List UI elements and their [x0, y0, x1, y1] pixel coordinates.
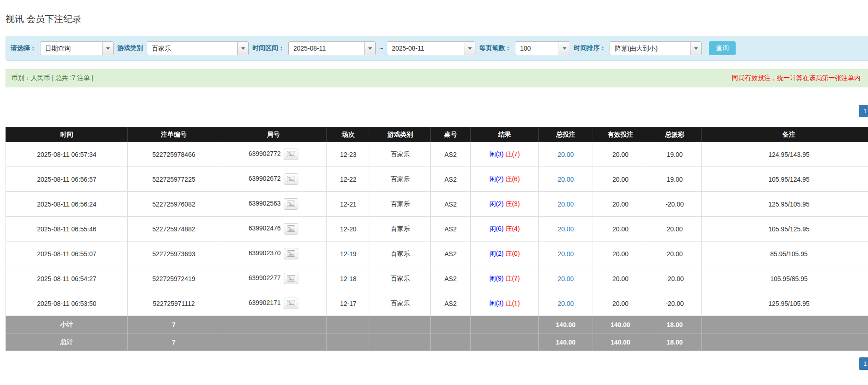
- search-button[interactable]: 查询: [709, 41, 736, 55]
- round-replay-button[interactable]: [284, 173, 298, 185]
- round-replay-button[interactable]: [284, 223, 298, 235]
- round-replay-button[interactable]: [284, 298, 298, 309]
- picture-icon: [287, 276, 295, 283]
- cell-bet-id: 522725978466: [128, 142, 220, 167]
- total-bet-link[interactable]: 20.00: [558, 176, 574, 183]
- round-id-text: 639902772: [248, 150, 280, 157]
- cell-remark: 105.95/124.95: [702, 167, 868, 192]
- cell-round-id: 639902563: [220, 192, 327, 217]
- result-banker: 庄(7): [505, 150, 520, 158]
- subtotal-payout: 18.00: [648, 316, 702, 333]
- total-bet-link[interactable]: 20.00: [558, 201, 574, 208]
- page-size-select[interactable]: 100: [515, 41, 570, 55]
- round-id-text: 639902370: [248, 249, 280, 257]
- total-label: 总计: [6, 333, 128, 351]
- total-bet-link[interactable]: 20.00: [558, 300, 574, 307]
- total-total-bet: 140.00: [539, 333, 593, 351]
- page-title: 视讯 会员下注纪录: [0, 0, 868, 24]
- cell-game-type: 百家乐: [370, 291, 431, 316]
- result-player: 闲(9): [489, 275, 503, 282]
- chevron-down-icon[interactable]: [237, 42, 248, 55]
- cell-valid-bet: 20.00: [593, 142, 648, 167]
- round-id-text: 639902171: [248, 299, 280, 306]
- date-from-select[interactable]: 2025-08-11: [288, 41, 376, 55]
- cell-time: 2025-08-11 06:53:50: [6, 291, 128, 316]
- column-header: 桌号: [431, 127, 471, 142]
- cell-session: 12-20: [327, 217, 370, 241]
- pagination-page-button[interactable]: 1: [859, 357, 868, 370]
- cell-total-bet: 20.00: [539, 241, 593, 266]
- cell-remark: 105.95/85.95: [702, 266, 868, 291]
- picture-icon: [287, 251, 295, 258]
- page-size-label: 每页笔数：: [479, 44, 511, 52]
- pagination-page-button[interactable]: 1: [859, 105, 868, 117]
- cell-valid-bet: 20.00: [593, 266, 648, 291]
- cell-remark: 125.95/105.95: [702, 291, 868, 316]
- chevron-down-icon[interactable]: [364, 42, 375, 55]
- game-type-select[interactable]: 百家乐: [147, 41, 249, 55]
- page-size-value: 100: [515, 42, 535, 55]
- query-type-select[interactable]: 日期查询: [40, 41, 114, 55]
- cell-remark: 105.95/125.95: [702, 217, 868, 241]
- table-row: 2025-08-11 06:56:57 522725977225 6399026…: [6, 167, 868, 192]
- chevron-down-icon[interactable]: [464, 42, 475, 55]
- total-bet-link[interactable]: 20.00: [558, 225, 574, 233]
- total-bet-link[interactable]: 20.00: [558, 275, 574, 282]
- cell-game-type: 百家乐: [370, 217, 431, 241]
- bet-records-table: 时间注单编号局号场次游戏类别桌号结果总投注有效投注总派彩备注 2025-08-1…: [6, 127, 868, 351]
- summary-bar: 币别：人民币 | 总共 :7 注单 | 同局有效投注，统一计算在该局第一张注单内: [6, 69, 868, 87]
- column-header: 场次: [327, 127, 370, 142]
- cell-total-bet: 20.00: [539, 266, 593, 291]
- filter-bar: 请选择： 日期查询 游戏类别 百家乐 时间区间： 2025-08-11 ~ 20…: [6, 36, 868, 61]
- cell-valid-bet: 20.00: [593, 241, 648, 266]
- column-header: 注单编号: [128, 127, 220, 142]
- round-replay-button[interactable]: [284, 198, 298, 210]
- query-type-value: 日期查询: [40, 42, 75, 55]
- cell-bet-id: 522725977225: [128, 167, 220, 192]
- cell-result: 闲(6) 庄(4): [471, 217, 539, 241]
- game-type-label: 游戏类别: [117, 44, 143, 52]
- date-to-select[interactable]: 2025-08-11: [387, 41, 475, 55]
- cell-payout: 19.00: [648, 142, 702, 167]
- cell-round-id: 639902672: [220, 167, 327, 192]
- table-row: 2025-08-11 06:55:46 522725974882 6399024…: [6, 217, 868, 241]
- result-banker: 庄(3): [505, 200, 520, 207]
- result-banker: 庄(4): [505, 225, 520, 232]
- chevron-down-icon[interactable]: [102, 42, 113, 55]
- pagination-bottom: 1: [0, 357, 868, 370]
- chevron-down-icon[interactable]: [559, 42, 570, 55]
- subtotal-label: 小计: [6, 316, 128, 333]
- cell-time: 2025-08-11 06:54:27: [6, 266, 128, 291]
- column-header: 备注: [702, 127, 868, 142]
- column-header: 结果: [471, 127, 539, 142]
- date-from-value: 2025-08-11: [289, 42, 331, 55]
- cell-game-type: 百家乐: [370, 167, 431, 192]
- cell-session: 12-17: [327, 291, 370, 316]
- round-replay-button[interactable]: [284, 149, 298, 160]
- cell-bet-id: 522725976082: [128, 192, 220, 217]
- cell-time: 2025-08-11 06:55:46: [6, 217, 128, 241]
- cell-game-type: 百家乐: [370, 142, 431, 167]
- cell-time: 2025-08-11 06:57:34: [6, 142, 128, 167]
- cell-session: 12-21: [327, 192, 370, 217]
- cell-bet-id: 522725971112: [128, 291, 220, 316]
- round-id-text: 639902476: [248, 224, 280, 232]
- round-replay-button[interactable]: [284, 273, 298, 284]
- cell-time: 2025-08-11 06:55:07: [6, 241, 128, 266]
- range-separator: ~: [379, 45, 383, 52]
- table-body: 2025-08-11 06:57:34 522725978466 6399027…: [6, 142, 868, 316]
- table-header-row: 时间注单编号局号场次游戏类别桌号结果总投注有效投注总派彩备注: [6, 127, 868, 142]
- table-foot: 小计 7 140.00 140.00 18.00 总计 7 1: [6, 316, 868, 351]
- cell-total-bet: 20.00: [539, 167, 593, 192]
- table-row: 2025-08-11 06:55:07 522725973693 6399023…: [6, 241, 868, 266]
- total-bet-link[interactable]: 20.00: [558, 151, 574, 158]
- result-banker: 庄(0): [505, 250, 520, 257]
- cell-bet-id: 522725973693: [128, 241, 220, 266]
- round-replay-button[interactable]: [284, 248, 298, 259]
- sort-select[interactable]: 降冪(由大到小): [610, 41, 702, 55]
- chevron-down-icon[interactable]: [690, 42, 701, 55]
- table-head: 时间注单编号局号场次游戏类别桌号结果总投注有效投注总派彩备注: [6, 127, 868, 142]
- select-type-label: 请选择：: [11, 44, 36, 52]
- cell-table-no: AS2: [431, 167, 471, 192]
- total-bet-link[interactable]: 20.00: [558, 250, 574, 258]
